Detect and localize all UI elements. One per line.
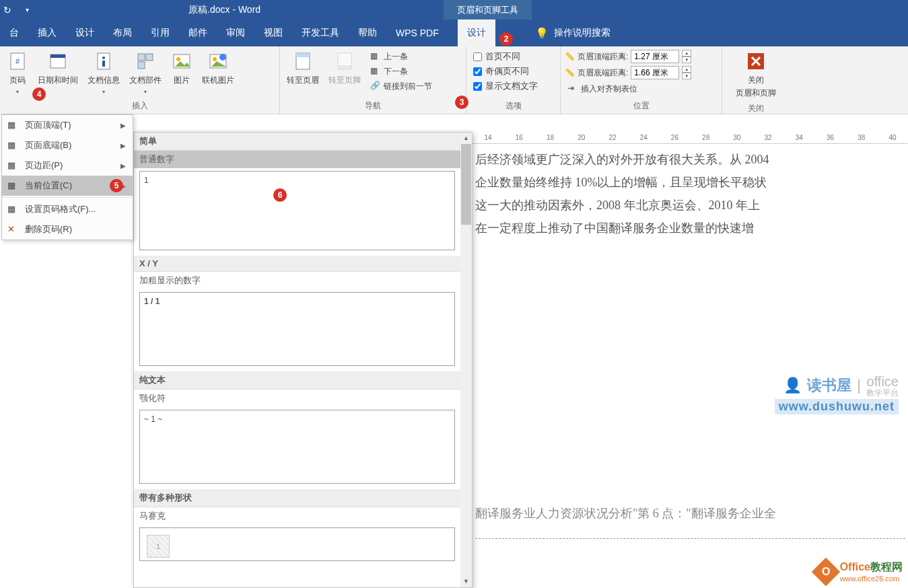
- doc-parts-button[interactable]: 文档部件 ▾: [127, 49, 164, 96]
- previous-button[interactable]: ▦上一条: [368, 49, 435, 64]
- goto-footer-button: 转至页脚: [326, 49, 363, 87]
- link-previous-button[interactable]: 🔗链接到前一节: [368, 79, 435, 94]
- callout-badge-4: 4: [32, 87, 46, 101]
- doc-info-label: 文档信息: [88, 75, 120, 86]
- link-icon: 🔗: [370, 81, 381, 91]
- document-paragraph-2: 翻译服务业人力资源状况分析"第 6 点："翻译服务企业全: [473, 499, 908, 525]
- tab-mail[interactable]: 邮件: [179, 20, 217, 46]
- tab-layout[interactable]: 布局: [104, 20, 141, 46]
- scroll-up-icon[interactable]: ▲: [460, 133, 472, 144]
- align-tab-label: 插入对齐制表位: [581, 83, 637, 95]
- gallery-item-bold-number[interactable]: 1 / 1: [139, 292, 455, 366]
- scroll-down-icon[interactable]: ▼: [460, 576, 472, 587]
- callout-badge-3: 3: [455, 96, 468, 109]
- footer-spinner[interactable]: ▲▼: [682, 66, 691, 79]
- date-time-label: 日期和时间: [38, 75, 78, 86]
- ribbon-group-close: 关闭 页眉和页脚 关闭: [722, 46, 790, 114]
- document-paragraph: 后经济领域更广泛深入的对外开放有很大关系。从 2004 企业数量始终维持 10%…: [473, 144, 908, 240]
- ruler-mark: 14: [473, 134, 503, 141]
- tab-references[interactable]: 引用: [141, 20, 179, 46]
- tab-home-partial[interactable]: 台: [0, 20, 28, 46]
- tab-review[interactable]: 审阅: [217, 20, 254, 46]
- first-diff-label: 首页不同: [485, 50, 520, 63]
- date-time-button[interactable]: 日期和时间: [35, 49, 81, 87]
- header-spinner[interactable]: ▲▼: [682, 50, 691, 63]
- link-prev-label: 链接到前一节: [384, 81, 432, 92]
- ruler-icon: 📏: [565, 52, 575, 61]
- watermark-url: www.dushuwu.net: [775, 399, 899, 414]
- ruler-mark: 16: [503, 134, 534, 141]
- gallery-item-tilde-number[interactable]: ~ 1 ~: [139, 410, 455, 484]
- online-picture-icon: [207, 50, 229, 72]
- callout-badge-2: 2: [499, 32, 513, 46]
- chevron-down-icon: ▾: [102, 89, 105, 95]
- page-number-button[interactable]: # 页码 ▾: [4, 49, 31, 96]
- tab-hf-design[interactable]: 设计: [458, 20, 495, 46]
- ruler-mark: 24: [628, 134, 659, 141]
- gallery-item-plain-number[interactable]: 1: [139, 171, 455, 250]
- menu-format-page-number[interactable]: ▦设置页码格式(F)...: [2, 199, 133, 219]
- scroll-thumb[interactable]: [461, 144, 471, 225]
- menu-page-bottom[interactable]: ▦页面底端(B)▶: [2, 135, 133, 155]
- close-hf-button[interactable]: 关闭 页眉和页脚: [733, 49, 779, 100]
- ribbon-group-insert: # 页码 ▾ 日期和时间 文档信息 ▾ 文档部件 ▾ 图片: [0, 46, 280, 114]
- tab-developer[interactable]: 开发工具: [292, 20, 349, 46]
- header-top-input[interactable]: [631, 50, 679, 63]
- menu-label: 删除页码(R): [25, 223, 72, 235]
- calendar-icon: [47, 50, 69, 72]
- odd-even-diff-checkbox[interactable]: 奇偶页不同: [470, 64, 532, 79]
- format-icon: ▦: [7, 204, 18, 215]
- insert-align-tab-button[interactable]: ⇥插入对齐制表位: [565, 81, 640, 96]
- callout-badge-6: 6: [273, 188, 287, 202]
- tab-wps-pdf[interactable]: WPS PDF: [386, 20, 448, 46]
- goto-header-label: 转至页眉: [287, 75, 319, 86]
- footer-bottom-input[interactable]: [631, 66, 679, 79]
- gallery-sub-plain: 普通数字: [134, 151, 460, 168]
- ruler-mark: 34: [783, 134, 814, 141]
- doc-info-button[interactable]: 文档信息 ▾: [85, 49, 123, 96]
- menu-separator: [2, 197, 133, 198]
- svg-point-11: [176, 57, 180, 61]
- doc-info-icon: [93, 50, 114, 72]
- qat-dropdown-icon[interactable]: ▾: [26, 6, 29, 13]
- online-picture-button[interactable]: 联机图片: [199, 49, 237, 87]
- contextual-tab-header: 页眉和页脚工具: [444, 0, 532, 20]
- ribbon-group-options: 首页不同 奇偶页不同 显示文档文字 选项: [466, 46, 561, 114]
- next-label: 下一条: [384, 66, 408, 77]
- tab-insert[interactable]: 插入: [28, 20, 66, 46]
- group-label-close: 关闭: [722, 103, 790, 116]
- picture-button[interactable]: 图片: [168, 49, 195, 87]
- ribbon: # 页码 ▾ 日期和时间 文档信息 ▾ 文档部件 ▾ 图片: [0, 46, 908, 114]
- document-canvas[interactable]: 后经济领域更广泛深入的对外开放有很大关系。从 2004 企业数量始终维持 10%…: [473, 144, 908, 588]
- header-top-row: 📏 页眉顶端距离: ▲▼: [565, 49, 691, 64]
- next-button[interactable]: ▦下一条: [368, 64, 435, 79]
- menu-label: 页边距(P): [25, 159, 63, 172]
- tell-me-search[interactable]: 💡 操作说明搜索: [535, 27, 610, 40]
- goto-header-button[interactable]: 转至页眉: [284, 49, 322, 87]
- watermark-dushuwu: 👤 读书屋 | office教学平台 www.dushuwu.net: [775, 374, 899, 414]
- show-text-label: 显示文档文字: [485, 80, 538, 92]
- gallery-item-mosaic[interactable]: 1: [139, 527, 455, 561]
- menu-page-top[interactable]: ▦页面顶端(T)▶: [2, 115, 133, 135]
- page-bottom-icon: ▦: [7, 140, 18, 151]
- gallery-preview-text: 1: [144, 176, 149, 185]
- group-label-options: 选项: [466, 100, 560, 114]
- current-pos-icon: ▦: [7, 180, 18, 191]
- tab-help[interactable]: 帮助: [349, 20, 386, 46]
- watermark-office26: O Office教程网 www.office26.com: [816, 560, 903, 583]
- group-label-insert: 插入: [0, 100, 279, 114]
- close-label-2: 页眉和页脚: [736, 87, 776, 99]
- horizontal-ruler[interactable]: 14 16 18 20 22 24 26 28 30 32 34 36 38 4…: [473, 132, 908, 144]
- chevron-right-icon: ▶: [120, 162, 126, 170]
- show-doc-text-checkbox[interactable]: 显示文档文字: [470, 79, 540, 94]
- tab-design[interactable]: 设计: [66, 20, 104, 46]
- tab-view[interactable]: 视图: [254, 20, 292, 46]
- menu-remove-page-number[interactable]: ✕删除页码(R): [2, 219, 133, 240]
- refresh-icon[interactable]: ↻: [3, 5, 12, 15]
- first-page-diff-checkbox[interactable]: 首页不同: [470, 49, 523, 64]
- gallery-scrollbar[interactable]: ▲ ▼: [460, 133, 472, 587]
- menu-page-margin[interactable]: ▦页边距(P)▶: [2, 155, 133, 176]
- menu-label: 当前位置(C): [25, 180, 72, 192]
- chevron-right-icon: ▶: [120, 122, 126, 129]
- svg-rect-6: [102, 61, 105, 67]
